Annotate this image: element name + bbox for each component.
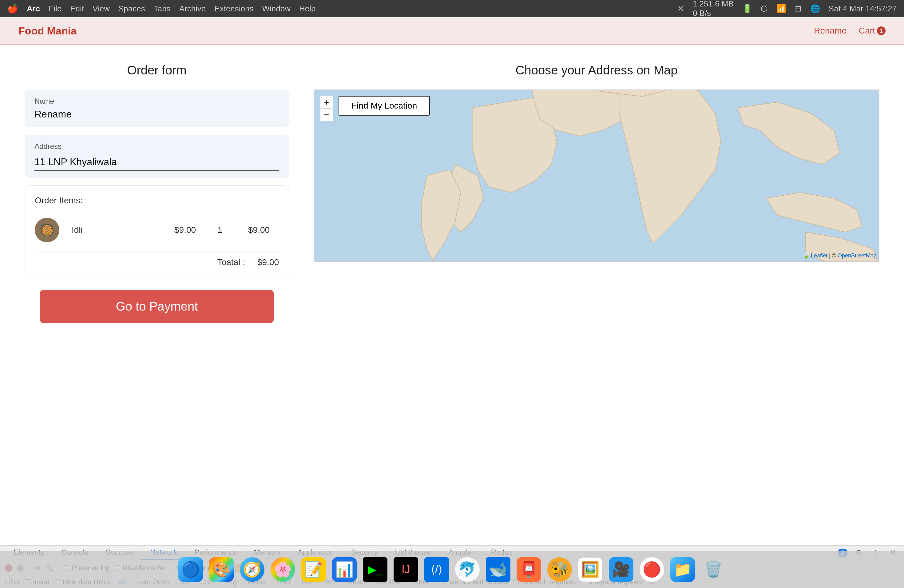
dock-item-chrome[interactable]: 🔴	[640, 557, 664, 582]
menu-extensions[interactable]: Extensions	[214, 4, 253, 14]
dock-item-preview[interactable]: 🖼️	[578, 557, 603, 582]
total-label: Toatal :	[217, 258, 245, 267]
dock-item-trash[interactable]: 🗑️	[701, 557, 725, 582]
battery-icon: 🔋	[742, 4, 752, 14]
leaflet-icon: 🍃	[803, 253, 809, 259]
address-field-group: Address	[25, 135, 289, 178]
order-form-title: Order form	[25, 63, 289, 77]
find-my-location-button[interactable]: Find My Location	[338, 96, 430, 115]
menu-view[interactable]: View	[93, 4, 110, 14]
name-label: Name	[35, 97, 279, 106]
name-value[interactable]: Rename	[35, 109, 279, 120]
dock-item-vscode[interactable]: ⟨/⟩	[424, 557, 449, 582]
app-header: Food Mania Rename Cart 1	[0, 17, 904, 45]
item-quantity: 1	[217, 225, 236, 235]
titlebar: 🍎 Arc File Edit View Spaces Tabs Archive…	[0, 0, 904, 17]
osm-link[interactable]: OpenStreetMap	[838, 253, 877, 259]
name-field-group: Name Rename	[25, 90, 289, 127]
flag-icon: 🌐	[810, 4, 820, 14]
menu-archive[interactable]: Archive	[179, 4, 206, 14]
map-zoom-controls: + −	[320, 96, 333, 121]
item-total: $9.00	[248, 225, 279, 235]
network-usage: 1 251.6 MB	[693, 0, 734, 9]
header-right: Rename Cart 1	[814, 26, 885, 36]
dock-item-finder[interactable]: 🔵	[179, 557, 203, 582]
dock-item-beekeeper[interactable]: 🐝	[547, 557, 572, 582]
item-price: $9.00	[174, 225, 205, 235]
table-row: 🥘 Idli $9.00 1 $9.00	[35, 213, 279, 247]
dock-item-zoom[interactable]: 🎥	[609, 557, 634, 582]
dock-item-finder2[interactable]: 📁	[670, 557, 695, 582]
rename-link[interactable]: Rename	[814, 26, 847, 36]
titlebar-left: 🍎 Arc File Edit View Spaces Tabs Archive…	[7, 4, 316, 14]
zoom-in-button[interactable]: +	[321, 96, 333, 109]
apple-icon[interactable]: 🍎	[7, 4, 18, 14]
dock-item-docker[interactable]: 🐋	[486, 557, 510, 582]
wifi-icon: 📶	[776, 4, 786, 14]
dock-item-notes[interactable]: 📝	[301, 557, 326, 582]
menu-help[interactable]: Help	[299, 4, 316, 14]
browser-content: Food Mania Rename Cart 1 Order form Name…	[0, 17, 904, 545]
app-logo: Food Mania	[19, 25, 77, 37]
dock: 🔵 🎨 🧭 🌸 📝 📊 ▶_ IJ ⟨/⟩ 🐬 🐋 📮 🐝 🖼️ 🎥 🔴 📁 🗑…	[0, 551, 904, 588]
menu-tabs[interactable]: Tabs	[154, 4, 171, 14]
network-info: 1 251.6 MB 0 B/s	[693, 0, 734, 18]
item-name: Idli	[72, 225, 162, 235]
menu-spaces[interactable]: Spaces	[119, 4, 145, 14]
time-display: Sat 4 Mar 14:57:27	[829, 4, 897, 14]
address-label: Address	[35, 142, 279, 151]
cart-badge: 1	[877, 27, 885, 35]
order-items-section: Order Items: 🥘 Idli $9.00 1 $9.00 Toatal…	[25, 185, 289, 277]
leaflet-link[interactable]: Leaflet	[811, 253, 827, 259]
go-to-payment-button[interactable]: Go to Payment	[40, 290, 273, 323]
item-image: 🥘	[35, 218, 59, 242]
dock-item-keynote[interactable]: 📊	[332, 557, 357, 582]
payment-btn-container: Go to Payment	[25, 290, 289, 323]
total-amount: $9.00	[258, 258, 279, 267]
zoom-out-button[interactable]: −	[321, 109, 333, 121]
total-row: Toatal : $9.00	[35, 252, 279, 267]
main-content: Order form Name Rename Address Order Ite…	[0, 45, 904, 545]
dock-item-launchpad[interactable]: 🎨	[209, 557, 234, 582]
arc-label: Arc	[27, 4, 40, 14]
dock-item-postman[interactable]: 📮	[517, 557, 541, 582]
address-input[interactable]	[35, 154, 279, 171]
network-speed-up: 0 B/s	[693, 9, 734, 18]
map-title: Choose your Address on Map	[314, 63, 879, 77]
dock-item-intellij[interactable]: IJ	[394, 557, 418, 582]
order-items-label: Order Items:	[35, 196, 279, 205]
dock-item-terminal[interactable]: ▶_	[363, 557, 387, 582]
map-container: + − Find My Location 🍃 Leaflet | © OpenS…	[314, 90, 879, 262]
dock-item-mysql[interactable]: 🐬	[455, 557, 480, 582]
cart-button[interactable]: Cart 1	[859, 26, 885, 36]
menu-file[interactable]: File	[49, 4, 62, 14]
titlebar-right: ✕ 1 251.6 MB 0 B/s 🔋 ⬡ 📶 ⊟ 🌐 Sat 4 Mar 1…	[677, 0, 897, 18]
cart-label: Cart	[859, 26, 875, 36]
control-center-icon[interactable]: ⊟	[795, 4, 801, 14]
menu-window[interactable]: Window	[262, 4, 291, 14]
dock-item-photos[interactable]: 🌸	[270, 557, 295, 582]
map-section: Choose your Address on Map	[314, 63, 879, 526]
close-icon[interactable]: ✕	[677, 4, 684, 14]
menu-edit[interactable]: Edit	[70, 4, 84, 14]
dock-item-safari[interactable]: 🧭	[240, 557, 264, 582]
bluetooth-icon: ⬡	[761, 4, 768, 14]
map-attribution: 🍃 Leaflet | © OpenStreetMap	[803, 252, 877, 259]
order-form-section: Order form Name Rename Address Order Ite…	[25, 63, 289, 526]
osm-attribution: ©	[832, 253, 838, 259]
